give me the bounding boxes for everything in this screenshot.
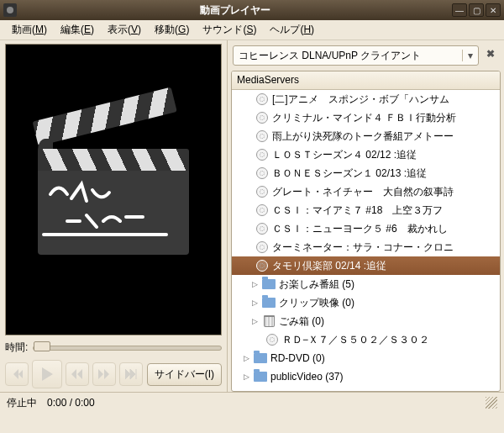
svg-point-0: [7, 7, 13, 13]
video-area[interactable]: [5, 44, 222, 335]
titlebar: 動画プレイヤー — ▢ ✕: [0, 0, 504, 20]
sidebar-pane: コヒーレンス DLNA/UPnP クライアント ▾ ✖ MediaServers…: [227, 40, 504, 392]
expander-icon[interactable]: ▷: [249, 280, 260, 288]
tree-item-label: RD-DVD (0): [270, 352, 325, 364]
tree-item[interactable]: タモリ倶楽部 02/14 :追従: [232, 256, 500, 275]
tree-item-label: ＲＤ−Ｘ７／Ｓ５０２／Ｓ３０２: [282, 333, 429, 347]
combo-row: コヒーレンス DLNA/UPnP クライアント ▾ ✖: [231, 44, 501, 71]
tree-item-label: publicVideo (37): [270, 371, 344, 383]
tree-item-label: ごみ箱 (0): [279, 314, 324, 329]
disc-icon: [255, 222, 269, 235]
tree-item-label: ＣＳＩ：ニューヨーク５ #6 裁かれし: [272, 222, 448, 236]
tree-item-label: 雨上がり決死隊のトーク番組アメトーー: [272, 129, 454, 144]
status-bar: 停止中 0:00 / 0:00: [0, 392, 504, 413]
seek-thumb[interactable]: [34, 341, 50, 351]
disc-icon: [255, 129, 269, 143]
playback-controls: サイドバー(I): [5, 360, 222, 392]
playback-state: 停止中: [7, 396, 37, 410]
tree-header[interactable]: MediaServers: [232, 71, 500, 90]
folder-icon: [262, 277, 276, 291]
forward-button[interactable]: [92, 362, 116, 386]
chevron-down-icon: ▾: [462, 50, 473, 61]
expander-icon[interactable]: ▷: [249, 317, 260, 325]
sidebar-toggle-button[interactable]: サイドバー(I): [147, 363, 222, 386]
clapperboard-icon: [38, 119, 189, 261]
time-row: 時間:: [5, 335, 222, 360]
disc-icon: [255, 259, 269, 272]
tree-folder[interactable]: ▷RD-DVD (0): [232, 349, 500, 367]
main-area: 時間: サイドバー(I) コヒーレンス DLNA/UPnP クライアント ▾ ✖…: [0, 40, 504, 392]
tree-item[interactable]: ＲＤ−Ｘ７／Ｓ５０２／Ｓ３０２: [232, 330, 500, 349]
close-sidebar-icon[interactable]: ✖: [482, 45, 499, 62]
tree-item[interactable]: [二]アニメ スポンジ・ボブ「ハンサム: [232, 90, 500, 108]
play-button[interactable]: [32, 360, 62, 388]
source-combo[interactable]: コヒーレンス DLNA/UPnP クライアント ▾: [233, 45, 479, 66]
tree-item-label: ＣＳＩ：マイアミ７ #18 上空３万フ: [272, 203, 443, 218]
trash-icon: [262, 314, 276, 328]
tree-folder[interactable]: ▷publicVideo (37): [232, 367, 500, 386]
tree-item[interactable]: ターミネーター：サラ・コナー・クロニ: [232, 238, 500, 256]
folder-icon: [254, 351, 267, 365]
tree-item-label: グレート・ネイチャー 大自然の叙事詩: [272, 185, 454, 199]
tree-item[interactable]: 雨上がり決死隊のトーク番組アメトーー: [232, 127, 500, 145]
tree-item-label: ＢＯＮＥＳシーズン１ 02/13 :追従: [272, 166, 427, 181]
tree-item-label: [二]アニメ スポンジ・ボブ「ハンサム: [272, 92, 449, 107]
menu-sound[interactable]: サウンド(S): [196, 20, 263, 40]
disc-icon: [265, 333, 279, 346]
prev-button[interactable]: [5, 362, 29, 386]
tree-item-label: ＬＯＳＴシーズン４ 02/12 :追従: [272, 148, 417, 162]
expander-icon[interactable]: ▷: [240, 372, 252, 381]
tree-item[interactable]: グレート・ネイチャー 大自然の叙事詩: [232, 182, 500, 201]
menu-view[interactable]: 表示(V): [101, 20, 148, 40]
folder-icon: [262, 296, 276, 309]
tree-item-label: タモリ倶楽部 02/14 :追従: [272, 259, 386, 273]
expander-icon[interactable]: ▷: [240, 354, 252, 362]
tree-folder[interactable]: ▷クリップ映像 (0): [232, 293, 500, 312]
tree-folder-trash[interactable]: ▷ごみ箱 (0): [232, 312, 500, 330]
window-title: 動画プレイヤー: [20, 3, 450, 18]
tree-item-label: クリミナル・マインド４ ＦＢＩ行動分析: [272, 111, 456, 125]
menu-go[interactable]: 移動(G): [148, 20, 196, 40]
tree-item[interactable]: クリミナル・マインド４ ＦＢＩ行動分析: [232, 108, 500, 127]
tree-item-label: ターミネーター：サラ・コナー・クロニ: [272, 240, 454, 255]
tree-item[interactable]: ＣＳＩ：マイアミ７ #18 上空３万フ: [232, 201, 500, 219]
tree-body[interactable]: [二]アニメ スポンジ・ボブ「ハンサムクリミナル・マインド４ ＦＢＩ行動分析雨上…: [232, 90, 500, 391]
disc-icon: [255, 92, 269, 106]
folder-icon: [254, 370, 267, 383]
tree-item-label: クリップ映像 (0): [279, 296, 354, 310]
tree-item-label: お楽しみ番組 (5): [279, 277, 354, 292]
close-button[interactable]: ✕: [486, 3, 501, 17]
disc-icon: [255, 148, 269, 161]
tree-view: MediaServers [二]アニメ スポンジ・ボブ「ハンサムクリミナル・マイ…: [231, 71, 501, 392]
playback-time: 0:00 / 0:00: [47, 397, 95, 409]
tree-item[interactable]: ＬＯＳＴシーズン４ 02/12 :追従: [232, 145, 500, 164]
tree-folder[interactable]: ▷お楽しみ番組 (5): [232, 275, 500, 293]
disc-icon: [255, 203, 269, 217]
tree-item[interactable]: ＣＳＩ：ニューヨーク５ #6 裁かれし: [232, 219, 500, 238]
rewind-button[interactable]: [66, 362, 89, 386]
resize-grip[interactable]: [486, 397, 497, 409]
seek-slider[interactable]: [33, 346, 222, 351]
menu-video[interactable]: 動画(M): [5, 20, 54, 40]
menubar: 動画(M) 編集(E) 表示(V) 移動(G) サウンド(S) ヘルプ(H): [0, 20, 504, 40]
maximize-button[interactable]: ▢: [469, 3, 484, 17]
menu-help[interactable]: ヘルプ(H): [263, 20, 321, 40]
menu-edit[interactable]: 編集(E): [54, 20, 101, 40]
time-label: 時間:: [5, 341, 28, 355]
app-icon: [3, 3, 17, 17]
left-pane: 時間: サイドバー(I): [0, 40, 227, 392]
next-button[interactable]: [119, 362, 143, 386]
minimize-button[interactable]: —: [452, 3, 467, 17]
disc-icon: [255, 240, 269, 254]
combo-selected-label: コヒーレンス DLNA/UPnP クライアント: [239, 49, 421, 63]
disc-icon: [255, 166, 269, 180]
tree-item[interactable]: ＢＯＮＥＳシーズン１ 02/13 :追従: [232, 164, 500, 182]
disc-icon: [255, 111, 269, 124]
expander-icon[interactable]: ▷: [249, 298, 260, 307]
disc-icon: [255, 185, 269, 198]
